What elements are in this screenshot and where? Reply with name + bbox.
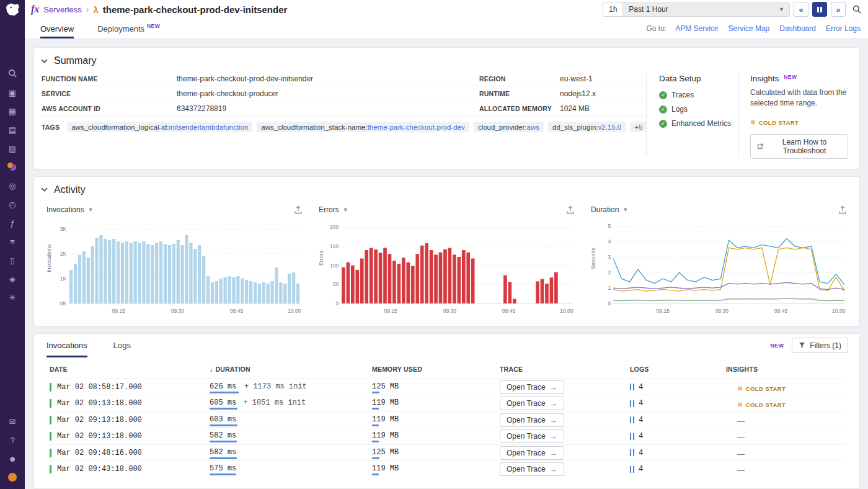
row-date: Mar 02 09:13:18.000	[57, 416, 142, 424]
goto-link-dashboard[interactable]: Dashboard	[779, 24, 816, 33]
export-icon[interactable]	[838, 205, 847, 214]
learn-troubleshoot-label: Learn How to Troubleshoot	[768, 138, 841, 155]
datadog-logo[interactable]	[6, 3, 20, 17]
chevron-down-icon: ▼	[779, 6, 789, 12]
svg-text:3K: 3K	[60, 226, 67, 232]
collapse-chevron-icon[interactable]	[40, 58, 48, 64]
chart-title[interactable]: Duration	[591, 205, 619, 214]
open-trace-button[interactable]: Open Trace→	[500, 446, 564, 460]
activity-title: Activity	[54, 184, 86, 195]
search-icon[interactable]	[7, 69, 18, 79]
goto-link-apm-service[interactable]: APM Service	[675, 24, 718, 33]
logs-icon	[630, 466, 634, 473]
row-init-duration: + 1051 ms init	[243, 398, 306, 407]
monitors-icon[interactable]: ▤	[7, 125, 18, 135]
apm-icon[interactable]	[7, 162, 18, 173]
tab-deployments[interactable]: Deployments NEW	[97, 19, 160, 38]
tab-overview[interactable]: Overview	[40, 19, 74, 38]
security-icon[interactable]: ◈	[7, 274, 18, 284]
tab-invocations[interactable]: Invocations	[46, 334, 87, 357]
y-axis-label: Seconds	[590, 222, 596, 295]
time-range-label: Past 1 Hour	[623, 5, 779, 14]
status-indicator	[50, 449, 51, 457]
tag-chip[interactable]: cloud_provider:aws	[474, 122, 544, 132]
dashboards-icon[interactable]: ▦	[7, 106, 18, 117]
collapse-chevron-icon[interactable]	[40, 187, 48, 192]
row-memory: 119 MB	[372, 398, 399, 407]
svg-text:4: 4	[608, 238, 611, 244]
column-duration[interactable]: ↓DURATION	[210, 366, 372, 373]
table-row[interactable]: Mar 02 09:43:18.000 575 ms 119 MB Open T…	[50, 460, 844, 477]
column-date[interactable]: DATE	[50, 366, 210, 373]
memory-bar	[372, 392, 379, 393]
metrics-icon[interactable]: ▨	[7, 143, 18, 154]
open-trace-button[interactable]: Open Trace→	[500, 429, 564, 443]
sidebar-bottom-icons: ✉?☻	[7, 416, 18, 483]
synthetics-icon[interactable]: ◴	[7, 199, 18, 210]
open-trace-button[interactable]: Open Trace→	[500, 397, 564, 410]
row-memory: 119 MB	[372, 464, 399, 473]
arrow-right-icon: →	[550, 416, 557, 424]
settings-icon[interactable]: ✳	[7, 292, 18, 303]
export-icon[interactable]	[294, 205, 303, 214]
insights-description: Calculated with data from the selected t…	[750, 87, 848, 109]
chevron-down-icon[interactable]: ▼	[343, 207, 348, 213]
skip-back-button[interactable]: «	[794, 2, 808, 17]
svg-text:100: 100	[330, 262, 339, 268]
notebooks-icon[interactable]: ▯	[7, 255, 18, 266]
memory-bar	[372, 457, 379, 459]
goto-link-service-map[interactable]: Service Map	[728, 24, 770, 33]
tag-chip[interactable]: dd_sls_plugin:v2.15.0	[548, 122, 626, 132]
bits-pug-icon[interactable]	[7, 472, 18, 483]
infrastructure-icon[interactable]: ▣	[7, 87, 18, 98]
open-trace-button[interactable]: Open Trace→	[500, 380, 564, 394]
sidebar-top-icons: ▣▦▤▨◎◴ƒ≡▯◈✳	[7, 69, 18, 303]
pipelines-icon[interactable]: ≡	[7, 236, 18, 247]
open-trace-button[interactable]: Open Trace→	[500, 462, 564, 476]
column-trace[interactable]: TRACE	[500, 366, 630, 373]
duration-chart: Duration ▼ Seconds 01234509:1509:3009:45…	[591, 205, 847, 317]
serverless-icon[interactable]: ƒ	[7, 218, 18, 228]
users-icon[interactable]: ☻	[7, 454, 18, 464]
table-row[interactable]: Mar 02 09:48:16.000 582 ms 125 MB Open T…	[50, 444, 844, 461]
row-logs-count: 4	[639, 465, 643, 473]
tag-chip[interactable]: aws_cloudformation_logical-id:initsender…	[67, 122, 252, 132]
pause-button[interactable]	[812, 2, 827, 17]
search-icon[interactable]	[852, 4, 862, 14]
tag-chip[interactable]: aws_cloudformation_stack-name:theme-park…	[257, 122, 469, 132]
field-value: theme-park-checkout-producer	[177, 89, 479, 98]
tab-logs[interactable]: Logs	[113, 334, 131, 357]
watchdog-icon[interactable]: ◎	[7, 181, 18, 191]
cold-start-label: COLD START	[746, 402, 786, 408]
help-icon[interactable]: ?	[7, 435, 18, 446]
skip-forward-button[interactable]: »	[831, 2, 846, 17]
row-logs-count: 4	[639, 383, 643, 392]
table-row[interactable]: Mar 02 09:13:18.000 582 ms 119 MB Open T…	[50, 428, 844, 444]
summary-fields: FUNCTION NAMEtheme-park-checkout-prod-de…	[42, 71, 646, 159]
chevron-down-icon[interactable]: ▼	[622, 207, 628, 213]
breadcrumb-serverless-link[interactable]: Serverless	[43, 5, 81, 14]
chart-title[interactable]: Errors	[319, 205, 339, 214]
errors-chart: Errors ▼ Errors 05010015020009:1509:3009…	[319, 205, 575, 317]
table-row[interactable]: Mar 02 09:13:18.000 603 ms 119 MB Open T…	[50, 411, 844, 428]
time-range-short[interactable]: 1h	[603, 3, 623, 16]
chat-icon[interactable]: ✉	[7, 416, 18, 427]
goto-link-error-logs[interactable]: Error Logs	[826, 24, 861, 33]
arrow-right-icon: →	[550, 399, 557, 408]
column-insights[interactable]: INSIGHTS	[726, 366, 844, 373]
chevron-down-icon[interactable]: ▼	[88, 207, 94, 213]
column-logs[interactable]: LOGS	[630, 366, 726, 373]
chart-title[interactable]: Invocations	[46, 205, 84, 214]
open-trace-button[interactable]: Open Trace→	[500, 413, 564, 427]
export-icon[interactable]	[566, 205, 575, 214]
table-row[interactable]: Mar 02 08:58:17.000 626 ms + 1173 ms ini…	[50, 379, 844, 395]
column-memory-used[interactable]: MEMORY USED	[372, 366, 500, 373]
time-range-selector[interactable]: 1h Past 1 Hour ▼	[603, 2, 790, 17]
logs-icon	[630, 433, 634, 440]
learn-troubleshoot-button[interactable]: Learn How to Troubleshoot	[750, 134, 848, 159]
filters-button[interactable]: Filters (1)	[792, 338, 848, 353]
row-memory: 119 MB	[372, 415, 399, 424]
table-row[interactable]: Mar 02 09:13:18.000 605 ms + 1051 ms ini…	[50, 395, 844, 411]
tags-more-chip[interactable]: +5	[630, 122, 647, 132]
svg-text:1: 1	[608, 285, 611, 291]
